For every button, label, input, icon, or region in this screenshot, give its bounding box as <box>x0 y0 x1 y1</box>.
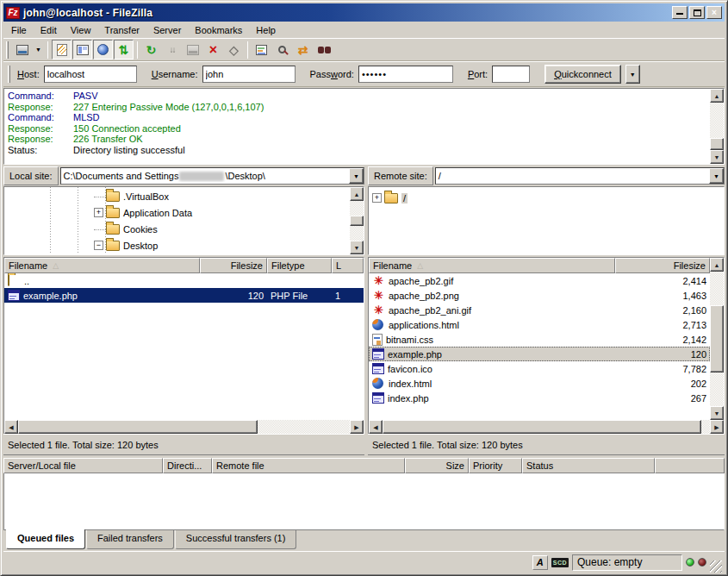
remote-file-row[interactable]: index.html 202 <box>369 376 710 391</box>
remote-site-dropdown[interactable]: ▼ <box>709 168 724 184</box>
tree-connector <box>94 229 106 230</box>
css-file-icon <box>372 334 383 346</box>
toggle-local-tree-button[interactable] <box>72 40 92 59</box>
site-manager-button[interactable] <box>12 40 32 59</box>
title-bar[interactable]: Fz john@localhost - FileZilla × <box>3 3 725 22</box>
expand-plus-icon[interactable]: + <box>372 193 382 203</box>
username-input[interactable] <box>202 66 296 83</box>
menu-transfer[interactable]: Transfer <box>97 23 146 37</box>
remote-file-row[interactable]: apache_pb2.png 1,463 <box>369 288 710 303</box>
resize-grip-icon[interactable] <box>710 560 722 573</box>
scroll-up-icon[interactable]: ▲ <box>710 89 724 103</box>
tab-queued-files[interactable]: Queued files <box>6 529 85 549</box>
folder-icon <box>106 241 120 251</box>
scroll-right-icon[interactable]: ▶ <box>350 420 364 434</box>
scroll-right-icon[interactable]: ▶ <box>710 420 724 434</box>
log-line: Response:150 Connection accepted <box>8 123 710 135</box>
expand-plus-icon[interactable]: + <box>94 208 103 217</box>
scrollbar-thumb[interactable] <box>18 420 258 434</box>
remote-site-combobox[interactable]: / ▼ <box>435 167 725 185</box>
scroll-down-icon[interactable]: ▼ <box>710 406 724 420</box>
log-vertical-scrollbar[interactable]: ▲ ▼ <box>710 89 724 164</box>
column-header-filesize[interactable]: Filesize <box>615 258 710 273</box>
toggle-queue-button[interactable]: ⇅ <box>114 40 134 59</box>
local-horizontal-scrollbar[interactable]: ◀ ▶ <box>4 420 364 434</box>
menu-view[interactable]: View <box>64 23 98 37</box>
scrollbar-thumb[interactable] <box>710 305 724 373</box>
column-header-filesize[interactable]: Filesize <box>200 258 267 273</box>
column-header-last-modified[interactable]: L <box>332 258 364 273</box>
quickconnect-button[interactable]: Quickconnect <box>544 65 621 84</box>
quickconnect-grip[interactable] <box>8 66 10 83</box>
close-button[interactable]: × <box>706 6 722 19</box>
log-line: Command:MLSD <box>8 112 710 123</box>
speed-limit-badge[interactable]: SCD <box>551 558 569 567</box>
remote-file-row[interactable]: apache_pb2_ani.gif 2,160 <box>369 303 710 317</box>
sync-browsing-button[interactable]: ⇄ <box>293 40 313 59</box>
column-header-filename[interactable]: Filename△ <box>4 258 200 273</box>
scroll-up-icon[interactable]: ▲ <box>710 258 724 272</box>
toggle-remote-tree-button[interactable] <box>93 40 113 59</box>
folder-icon <box>106 208 120 218</box>
column-header-filetype[interactable]: Filetype <box>267 258 332 273</box>
tree-item-desktop[interactable]: − Desktop <box>4 237 350 254</box>
find-files-button[interactable] <box>314 40 333 59</box>
local-file-row-example-php[interactable]: example.php 120 PHP File 1 <box>4 288 364 303</box>
remote-vertical-scrollbar[interactable]: ▲ ▼ <box>710 258 724 420</box>
local-site-combobox[interactable]: C:\Documents and Settings\Desktop\ ▼ <box>60 167 364 185</box>
refresh-button[interactable]: ↻ <box>141 40 161 59</box>
remote-file-row[interactable]: index.php 267 <box>369 391 710 405</box>
queue-column-status[interactable]: Status <box>522 458 655 473</box>
scroll-up-icon[interactable]: ▲ <box>350 187 364 201</box>
remote-file-row[interactable]: applications.html 2,713 <box>369 317 710 332</box>
scrollbar-thumb[interactable] <box>383 420 701 434</box>
maximize-button[interactable] <box>689 6 705 19</box>
port-input[interactable] <box>492 66 530 83</box>
tab-successful-transfers[interactable]: Successful transfers (1) <box>175 530 297 549</box>
menu-server[interactable]: Server <box>146 23 188 37</box>
password-input[interactable] <box>358 66 453 83</box>
menu-file[interactable]: File <box>4 23 34 37</box>
toggle-message-log-button[interactable] <box>52 40 72 59</box>
tree-item-root[interactable]: + / <box>372 190 724 206</box>
tab-failed-transfers[interactable]: Failed transfers <box>86 530 174 549</box>
compare-directories-button[interactable] <box>272 40 292 59</box>
tree-item-application-data[interactable]: + Application Data <box>4 204 350 221</box>
queue-list-body[interactable] <box>3 473 725 530</box>
minimize-button[interactable] <box>672 6 688 19</box>
queue-column-size[interactable]: Size <box>405 458 469 473</box>
transfer-type-indicator[interactable]: A <box>532 555 548 570</box>
queue-column-server-local-file[interactable]: Server/Local file <box>3 458 163 473</box>
toolbar-grip[interactable] <box>6 41 9 59</box>
menu-help[interactable]: Help <box>249 23 283 37</box>
filter-button[interactable] <box>252 40 271 59</box>
queue-column-remote-file[interactable]: Remote file <box>212 458 405 473</box>
column-header-filename[interactable]: Filename△ <box>369 258 615 273</box>
local-tree-vertical-scrollbar[interactable]: ▲ ▼ <box>350 187 364 254</box>
remote-file-row-selected[interactable]: example.php 120 <box>369 347 710 361</box>
scrollbar-thumb[interactable] <box>710 138 724 150</box>
remote-file-row[interactable]: bitnami.css 2,142 <box>369 332 710 347</box>
php-file-icon <box>8 290 20 301</box>
remote-file-row[interactable]: favicon.ico 7,782 <box>369 361 710 376</box>
remote-horizontal-scrollbar[interactable]: ◀ ▶ <box>369 420 724 434</box>
host-input[interactable] <box>44 66 137 83</box>
scroll-down-icon[interactable]: ▼ <box>350 241 364 254</box>
scroll-down-icon[interactable]: ▼ <box>710 150 724 164</box>
menu-edit[interactable]: Edit <box>34 23 64 37</box>
local-file-row-parent[interactable]: .. <box>4 273 364 288</box>
tree-item-virtualbox[interactable]: .VirtualBox <box>4 188 350 204</box>
disconnect-button[interactable]: × <box>203 40 223 59</box>
queue-column-priority[interactable]: Priority <box>469 458 522 473</box>
scroll-left-icon[interactable]: ◀ <box>369 420 383 434</box>
menu-bookmarks[interactable]: Bookmarks <box>188 23 249 37</box>
tree-item-cookies[interactable]: Cookies <box>4 221 350 237</box>
quickconnect-dropdown[interactable]: ▼ <box>625 65 640 84</box>
site-manager-dropdown[interactable]: ▼ <box>33 40 44 59</box>
scrollbar-thumb[interactable] <box>350 216 364 226</box>
queue-column-direction[interactable]: Directi... <box>163 458 212 473</box>
remote-file-row[interactable]: apache_pb2.gif 2,414 <box>369 273 710 288</box>
local-site-dropdown[interactable]: ▼ <box>349 168 364 184</box>
collapse-minus-icon[interactable]: − <box>94 241 103 250</box>
scroll-left-icon[interactable]: ◀ <box>4 420 18 434</box>
